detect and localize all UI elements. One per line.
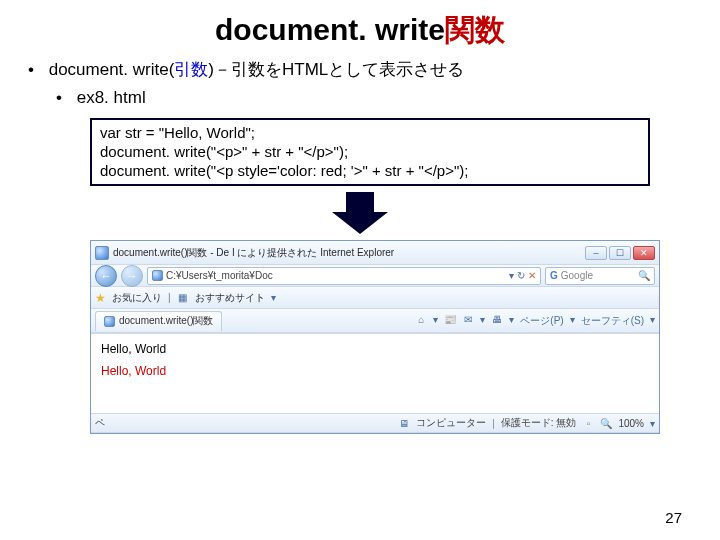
output-line-2: Hello, World [101,364,649,378]
search-box[interactable]: G Google 🔍 [545,267,655,285]
computer-icon: 🖥 [398,417,410,429]
window-title: document.write()関数 - De I により提供された Inter… [113,246,581,260]
star-icon[interactable]: ★ [95,291,106,305]
slide-title: document. write関数 [0,0,720,57]
bullet-2: ex8. html [28,85,702,111]
home-icon[interactable]: ⌂ [415,314,427,326]
output-line-1: Hello, World [101,342,649,356]
arrow-down [0,192,720,236]
minimize-button[interactable]: – [585,246,607,260]
bullet-1: document. write(引数)－引数をHTMLとして表示させる [28,57,702,83]
feed-icon[interactable]: 📰 [444,314,456,326]
command-bar: ⌂▾ 📰 ✉▾ 🖶▾ ページ(P)▾ セーフティ(S)▾ [415,314,655,328]
back-button[interactable]: ← [95,265,117,287]
page-menu[interactable]: ページ(P) [520,314,563,328]
address-text: C:¥Users¥t_morita¥Doc [166,270,273,281]
tab-label: document.write()関数 [119,314,213,328]
code-block: var str = "Hello, World"; document. writ… [90,118,650,186]
page-content: Hello, World Hello, World [91,333,659,413]
forward-button[interactable]: → [121,265,143,287]
mail-icon[interactable]: ✉ [462,314,474,326]
search-placeholder: Google [561,270,593,281]
slide-number: 27 [665,509,682,526]
title-suffix: 関数 [445,13,505,46]
chevron-down-icon[interactable]: ▾ [271,292,276,303]
bullet-1-part2: )－引数をHTMLとして表示させる [208,60,464,79]
bullet-2-text: ex8. html [77,88,146,107]
code-line-2: document. write("<p>" + str + "</p>"); [100,143,348,160]
browser-window: document.write()関数 - De I により提供された Inter… [90,240,660,434]
zone-label: コンピューター [416,416,486,430]
favorites-label[interactable]: お気に入り [112,291,162,305]
tab-favicon [104,316,115,327]
browser-titlebar: document.write()関数 - De I により提供された Inter… [91,241,659,265]
safety-menu[interactable]: セーフティ(S) [581,314,644,328]
arrow-icon [332,192,388,232]
close-button[interactable]: ✕ [633,246,655,260]
zoom-dropdown-icon[interactable]: ▾ [650,418,655,429]
tab-bar: document.write()関数 ⌂▾ 📰 ✉▾ 🖶▾ ページ(P)▾ セー… [91,309,659,333]
print-icon[interactable]: 🖶 [491,314,503,326]
favorites-item-icon: ▦ [177,292,189,304]
code-line-1: var str = "Hello, World"; [100,124,255,141]
zoom-icon[interactable]: 🔍 [600,417,612,429]
page-status-text: ペ [95,416,105,430]
status-bar: ペ 🖥 コンピューター | 保護モード: 無効 ▫ 🔍 100% ▾ [91,413,659,433]
page-icon [152,270,163,281]
browser-navbar: ← → C:¥Users¥t_morita¥Doc ▾ ↻ ✕ G Google… [91,265,659,287]
bullet-1-arg: 引数 [174,60,208,79]
code-line-3: document. write("<p style='color: red; '… [100,162,468,179]
favorites-item[interactable]: おすすめサイト [195,291,265,305]
refresh-icon[interactable]: ↻ [517,270,525,281]
active-tab[interactable]: document.write()関数 [95,311,222,331]
title-prefix: document. write [215,13,445,46]
address-bar[interactable]: C:¥Users¥t_morita¥Doc ▾ ↻ ✕ [147,267,541,285]
dropdown-icon[interactable]: ▾ [509,270,514,281]
bullet-1-part1: document. write( [49,60,175,79]
stop-icon[interactable]: ✕ [528,270,536,281]
google-g-icon: G [550,270,558,281]
zoom-level: 100% [618,418,644,429]
favorites-bar: ★ お気に入り | ▦ おすすめサイト ▾ [91,287,659,309]
protected-mode: 保護モード: 無効 [501,416,577,430]
search-icon[interactable]: 🔍 [638,270,650,281]
bullet-list: document. write(引数)－引数をHTMLとして表示させる ex8.… [0,57,720,110]
zoom-out-icon[interactable]: ▫ [582,417,594,429]
maximize-button[interactable]: ☐ [609,246,631,260]
ie-icon [95,246,109,260]
